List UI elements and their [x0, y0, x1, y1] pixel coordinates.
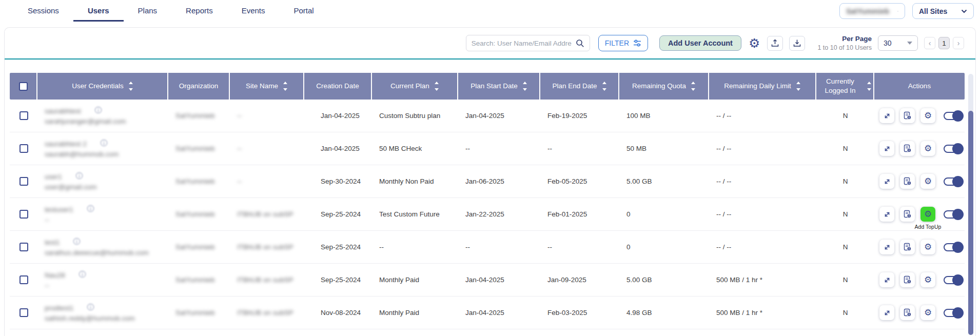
sort-arrows[interactable]: [283, 82, 287, 91]
sort-desc-icon[interactable]: [523, 88, 527, 91]
col-header-plan_end_date[interactable]: Plan End Date: [540, 73, 619, 100]
expand-button[interactable]: [879, 108, 894, 123]
sort-arrows[interactable]: [602, 82, 606, 91]
sort-desc-icon[interactable]: [796, 88, 800, 91]
header-select-checkbox[interactable]: [19, 82, 28, 91]
user-info-icon-wrap[interactable]: [87, 303, 94, 312]
account-info-button[interactable]: [900, 240, 915, 254]
account-info-button[interactable]: [900, 141, 915, 156]
all-sites-dropdown[interactable]: All Sites: [912, 3, 974, 19]
row-checkbox[interactable]: [19, 210, 28, 219]
col-header-remaining_daily_limit[interactable]: Remaining Daily Limit: [709, 73, 816, 100]
user-enabled-toggle[interactable]: [944, 145, 963, 153]
sort-arrows[interactable]: [691, 82, 695, 91]
sort-desc-icon[interactable]: [602, 88, 606, 91]
table-scrollbar-thumb[interactable]: [968, 111, 973, 335]
user-enabled-toggle[interactable]: [944, 177, 963, 186]
user-info-icon-wrap[interactable]: [94, 106, 102, 115]
user-info-icon[interactable]: [79, 270, 86, 278]
user-info-icon[interactable]: [73, 238, 81, 245]
sort-asc-icon[interactable]: [523, 82, 527, 84]
col-header-current_plan[interactable]: Current Plan: [372, 73, 458, 100]
expand-button[interactable]: [879, 207, 894, 222]
user-info-icon[interactable]: [87, 205, 94, 212]
col-header-user_credentials[interactable]: User Credentials: [37, 73, 168, 100]
user-info-icon[interactable]: [87, 303, 94, 311]
row-checkbox[interactable]: [19, 275, 28, 284]
user-enabled-toggle[interactable]: [944, 309, 963, 317]
col-header-remaining_quota[interactable]: Remaining Quota: [619, 73, 709, 100]
add-topup-gear-button[interactable]: ⚙: [920, 207, 935, 222]
user-enabled-toggle[interactable]: [944, 243, 963, 251]
per-page-select[interactable]: 30: [878, 35, 918, 51]
search-input[interactable]: [472, 39, 572, 47]
search-icon[interactable]: [576, 39, 584, 48]
sort-desc-icon[interactable]: [129, 88, 133, 91]
organization-dropdown[interactable]: SatYummieb: [839, 3, 905, 19]
user-info-icon[interactable]: [75, 172, 83, 180]
user-enabled-toggle[interactable]: [944, 276, 963, 284]
row-settings-button[interactable]: ⚙: [920, 108, 935, 123]
row-checkbox[interactable]: [19, 308, 28, 317]
user-info-icon[interactable]: [100, 139, 108, 147]
sort-asc-icon[interactable]: [435, 82, 439, 84]
sort-asc-icon[interactable]: [602, 82, 606, 84]
tab-portal[interactable]: Portal: [280, 0, 328, 22]
user-info-icon-wrap[interactable]: [79, 270, 86, 280]
prev-page-button[interactable]: ‹: [924, 37, 935, 49]
user-info-icon-wrap[interactable]: [100, 139, 108, 148]
sort-asc-icon[interactable]: [129, 82, 133, 84]
row-checkbox[interactable]: [19, 243, 28, 251]
add-user-account-button[interactable]: Add User Account: [659, 35, 741, 51]
expand-button[interactable]: [879, 141, 894, 156]
expand-button[interactable]: [879, 240, 894, 254]
tab-plans[interactable]: Plans: [124, 0, 172, 22]
current-page-button[interactable]: 1: [938, 37, 950, 49]
row-checkbox[interactable]: [19, 111, 28, 120]
user-enabled-toggle[interactable]: [944, 210, 963, 219]
table-settings-gear-icon[interactable]: ⚙: [749, 37, 760, 50]
download-button[interactable]: [789, 36, 805, 51]
tab-events[interactable]: Events: [227, 0, 280, 22]
row-settings-button[interactable]: ⚙: [920, 141, 935, 156]
sort-desc-icon[interactable]: [435, 88, 439, 91]
table-scrollbar-track[interactable]: [968, 74, 973, 335]
expand-button[interactable]: [879, 174, 894, 189]
tab-sessions[interactable]: Sessions: [13, 0, 73, 22]
account-info-button[interactable]: [900, 174, 915, 189]
sort-asc-icon[interactable]: [796, 82, 800, 84]
tab-users[interactable]: Users: [73, 0, 124, 22]
sort-arrows[interactable]: [796, 82, 800, 91]
row-settings-button[interactable]: ⚙: [920, 272, 935, 287]
upload-button[interactable]: [767, 36, 783, 51]
sort-desc-icon[interactable]: [691, 88, 695, 91]
account-info-button[interactable]: [900, 207, 915, 222]
sort-asc-icon[interactable]: [283, 82, 287, 84]
row-settings-button[interactable]: ⚙: [920, 174, 935, 189]
user-info-icon-wrap[interactable]: [75, 172, 83, 181]
sort-desc-icon[interactable]: [283, 88, 287, 91]
sort-asc-icon[interactable]: [867, 82, 871, 84]
sort-desc-icon[interactable]: [867, 88, 871, 91]
row-checkbox[interactable]: [19, 144, 28, 153]
sort-arrows[interactable]: [435, 82, 439, 91]
next-page-button[interactable]: ›: [953, 37, 964, 49]
filter-button[interactable]: FILTER: [598, 35, 648, 51]
account-info-button[interactable]: [900, 108, 915, 123]
sort-arrows[interactable]: [523, 82, 527, 91]
sort-asc-icon[interactable]: [691, 82, 695, 84]
row-checkbox[interactable]: [19, 177, 28, 186]
user-info-icon-wrap[interactable]: [73, 238, 81, 247]
col-header-plan_start_date[interactable]: Plan Start Date: [458, 73, 540, 100]
col-header-currently_logged_in[interactable]: Currently Logged In: [816, 73, 874, 100]
col-header-site_name[interactable]: Site Name: [230, 73, 304, 100]
user-info-icon[interactable]: [94, 106, 102, 114]
row-settings-button[interactable]: ⚙: [920, 240, 935, 254]
sort-arrows[interactable]: [867, 82, 871, 91]
expand-button[interactable]: [879, 272, 894, 287]
account-info-button[interactable]: [900, 305, 915, 320]
expand-button[interactable]: [879, 305, 894, 320]
user-info-icon-wrap[interactable]: [87, 205, 94, 214]
user-enabled-toggle[interactable]: [944, 112, 963, 120]
sort-arrows[interactable]: [129, 82, 133, 91]
